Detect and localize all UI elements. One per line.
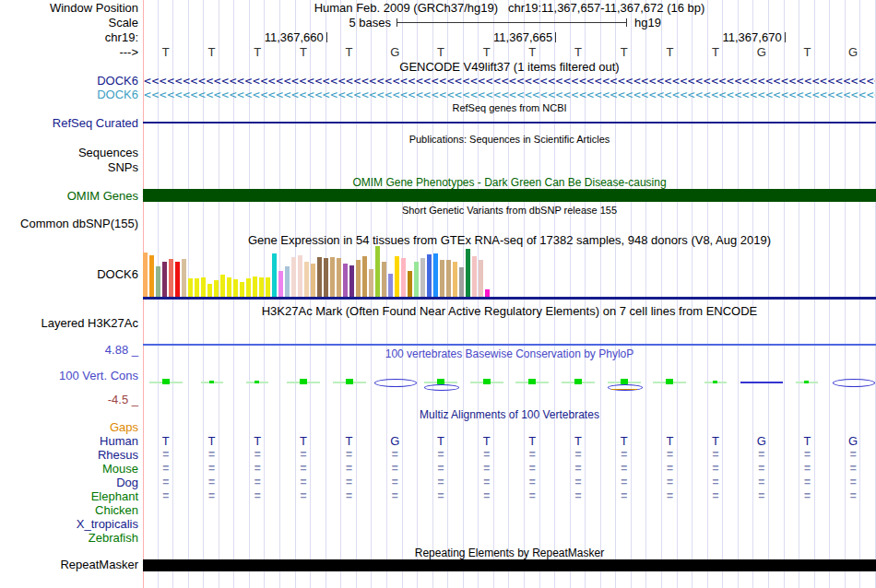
dbsnp-title: Short Genetic Variants from dbSNP releas… xyxy=(143,204,876,217)
track-label-mouse[interactable]: Mouse xyxy=(0,462,138,476)
refseq-curated-line[interactable] xyxy=(143,122,876,123)
track-label-dog[interactable]: Dog xyxy=(0,476,138,489)
gtex-tissue-bar[interactable] xyxy=(253,276,257,297)
gtex-tissue-bar[interactable] xyxy=(291,257,296,297)
gtex-tissue-bar[interactable] xyxy=(330,257,335,297)
gtex-tissue-bar[interactable] xyxy=(317,257,322,297)
gtex-tissue-bar[interactable] xyxy=(143,253,148,297)
track-label-chicken[interactable]: Chicken xyxy=(0,503,138,517)
multiz-alignment-mark: = xyxy=(337,449,361,460)
gtex-tissue-bar[interactable] xyxy=(453,262,457,297)
gtex-tissue-bar[interactable] xyxy=(395,256,399,297)
gene-row-dock6[interactable]: <<<<<<<<<<<<<<<<<<<<<<<<<<<<<<<<<<<<<<<<… xyxy=(144,89,875,100)
gtex-tissue-bar[interactable] xyxy=(414,262,419,297)
multiz-alignment-mark: = xyxy=(337,476,361,488)
gtex-tissue-bar[interactable] xyxy=(324,258,328,297)
track-label-gencode-dock6-2[interactable]: DOCK6 xyxy=(0,88,138,101)
gtex-tissue-bar[interactable] xyxy=(201,277,206,297)
gtex-tissue-bar[interactable] xyxy=(149,255,154,297)
conservation-top-line xyxy=(143,344,876,346)
gtex-tissue-bar[interactable] xyxy=(349,265,354,297)
sequence-base: T xyxy=(566,46,590,59)
gtex-tissue-bar[interactable] xyxy=(343,264,348,297)
track-label-human[interactable]: Human xyxy=(0,434,138,448)
multiz-human-base: T xyxy=(657,435,681,448)
track-label-sequences[interactable]: Sequences xyxy=(0,146,138,159)
gtex-tissue-bar[interactable] xyxy=(304,262,309,297)
track-label-elephant[interactable]: Elephant xyxy=(0,489,138,503)
gtex-tissue-bar[interactable] xyxy=(337,258,341,297)
multiz-alignment-mark: = xyxy=(245,449,269,460)
track-label-layered-h3k27ac[interactable]: Layered H3K27Ac xyxy=(0,316,138,330)
gtex-tissue-bar[interactable] xyxy=(220,275,225,297)
track-label-common-dbsnp[interactable]: Common dbSNP(155) xyxy=(0,217,138,230)
gtex-tissue-bar[interactable] xyxy=(188,278,193,297)
track-label-snps[interactable]: SNPs xyxy=(0,160,138,174)
gene-row-dock6[interactable]: <<<<<<<<<<<<<<<<<<<<<<<<<<<<<<<<<<<<<<<<… xyxy=(144,76,875,87)
gtex-tissue-bar[interactable] xyxy=(266,277,270,297)
gtex-tissue-bar[interactable] xyxy=(175,262,180,297)
gtex-tissue-bar[interactable] xyxy=(259,277,264,297)
gtex-tissue-bar[interactable] xyxy=(195,278,199,297)
gtex-tissue-bar[interactable] xyxy=(207,284,212,297)
gtex-tissue-bar[interactable] xyxy=(182,259,186,297)
gtex-tissue-bar[interactable] xyxy=(459,267,464,297)
sequence-base: T xyxy=(612,46,636,59)
track-label-gaps[interactable]: Gaps xyxy=(0,420,138,434)
multiz-human-base: T xyxy=(429,435,453,448)
conservation-positive-square xyxy=(483,379,491,384)
track-label-gtex-dock6[interactable]: DOCK6 xyxy=(0,267,138,281)
sequence-base: T xyxy=(337,46,361,59)
gtex-tissue-bar[interactable] xyxy=(466,249,470,297)
repeatmasker-bar[interactable] xyxy=(143,559,876,571)
sequence-base: T xyxy=(795,46,819,59)
gtex-tissue-bar[interactable] xyxy=(420,258,425,297)
track-label-x-tropicalis[interactable]: X_tropicalis xyxy=(0,517,138,531)
gtex-tissue-bar[interactable] xyxy=(388,274,393,297)
gtex-tissue-bar[interactable] xyxy=(285,266,290,297)
gtex-tissue-bar[interactable] xyxy=(362,256,367,297)
multiz-alignment-mark: = xyxy=(154,463,178,474)
track-label-gencode-dock6-1[interactable]: DOCK6 xyxy=(0,74,138,88)
gtex-tissue-bar[interactable] xyxy=(240,282,244,297)
ruler-number: 11,367,660 xyxy=(228,31,324,44)
gtex-tissue-bar[interactable] xyxy=(375,246,380,297)
gtex-tissue-bar[interactable] xyxy=(233,279,238,297)
gtex-tissue-bar[interactable] xyxy=(214,280,219,297)
track-label-vert-cons[interactable]: 100 Vert. Cons xyxy=(0,369,138,382)
gtex-tissue-bar[interactable] xyxy=(401,258,406,297)
track-label-refseq-curated[interactable]: RefSeq Curated xyxy=(0,116,138,130)
multiz-alignment-mark: = xyxy=(750,476,774,488)
track-label-omim-genes[interactable]: OMIM Genes xyxy=(0,189,138,203)
gtex-tissue-bar[interactable] xyxy=(433,253,438,297)
gtex-tissue-bar[interactable] xyxy=(156,266,160,297)
track-label-repeatmasker[interactable]: RepeatMasker xyxy=(0,558,138,571)
track-label-rhesus[interactable]: Rhesus xyxy=(0,448,138,462)
gtex-tissue-bar[interactable] xyxy=(356,260,361,297)
gtex-tissue-bar[interactable] xyxy=(298,255,302,297)
omim-gene-bar[interactable] xyxy=(143,189,876,202)
gtex-tissue-bar[interactable] xyxy=(227,277,231,297)
track-label-zebrafish[interactable]: Zebrafish xyxy=(0,531,138,545)
multiz-alignment-mark: = xyxy=(841,463,865,474)
gtex-tissue-bar[interactable] xyxy=(369,269,373,297)
gtex-tissue-bar[interactable] xyxy=(278,271,283,297)
gtex-tissue-bar[interactable] xyxy=(440,260,444,297)
sequence-base: G xyxy=(383,46,407,59)
gtex-tissue-bar[interactable] xyxy=(472,256,477,297)
conservation-positive-square xyxy=(300,379,307,384)
gtex-tissue-bar[interactable] xyxy=(446,260,451,297)
gtex-tissue-bar[interactable] xyxy=(485,289,490,297)
gtex-tissue-bar[interactable] xyxy=(408,271,412,297)
gtex-tissue-bar[interactable] xyxy=(246,278,251,297)
gtex-tissue-bar[interactable] xyxy=(311,264,315,297)
multiz-alignment-mark: = xyxy=(154,476,178,488)
gtex-tissue-bar[interactable] xyxy=(382,262,386,297)
gtex-tissue-bar[interactable] xyxy=(479,260,483,297)
gtex-tissue-bar[interactable] xyxy=(162,262,167,297)
sequence-base: T xyxy=(154,46,178,59)
gtex-tissue-bar[interactable] xyxy=(427,254,432,297)
gtex-tissue-bar[interactable] xyxy=(169,259,173,297)
gtex-tissue-bar[interactable] xyxy=(272,253,277,297)
multiz-alignment-mark: = xyxy=(795,463,819,474)
